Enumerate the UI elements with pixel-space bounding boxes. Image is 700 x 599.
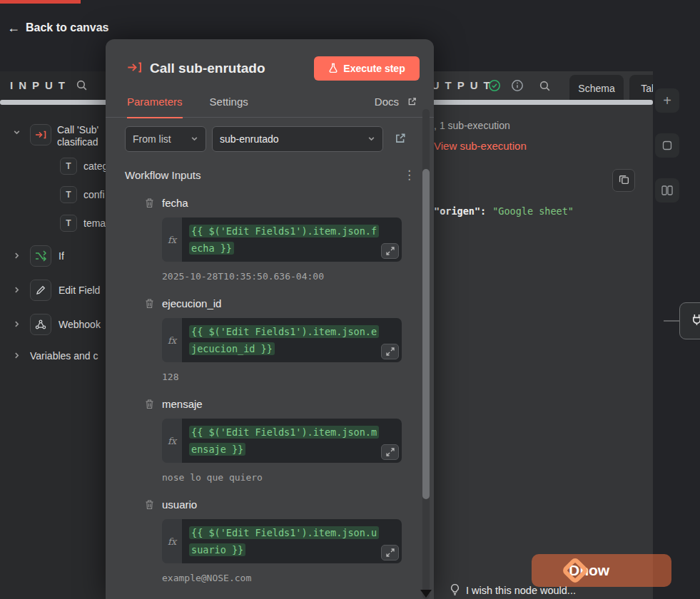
workflow-select[interactable]: sub-enrutado: [212, 126, 383, 152]
chevron-right-icon[interactable]: [13, 250, 21, 262]
chevron-right-icon[interactable]: [13, 285, 21, 296]
trash-icon[interactable]: [145, 298, 154, 311]
tree-item-label: tema: [83, 215, 106, 232]
source-mode-select[interactable]: From list: [125, 126, 206, 152]
back-arrow-icon: ←: [7, 21, 20, 34]
square-icon: [662, 138, 672, 154]
pencil-icon: [30, 280, 51, 301]
tree-item-subworkflow-node[interactable]: Call 'Sub' clasificad: [13, 124, 104, 150]
param-ejecucion-id: ejecucion_id fx {{ $('Edit Fields1').ite…: [106, 297, 434, 382]
tree-item-field-categ[interactable]: T categ: [60, 158, 108, 175]
param-name: fecha: [162, 197, 434, 209]
modal-tabs: Parameters Settings Docs: [106, 86, 434, 118]
scroll-down-arrow-icon[interactable]: [420, 590, 432, 598]
text-field-icon: T: [60, 158, 77, 175]
fx-icon: fx: [162, 519, 182, 563]
expand-expression-button[interactable]: [381, 344, 399, 359]
expand-expression-button[interactable]: [381, 243, 399, 259]
tab-settings[interactable]: Settings: [210, 86, 248, 118]
back-to-canvas-button[interactable]: ← Back to canvas: [7, 21, 109, 34]
expression-input[interactable]: fx {{ $('Edit Fields1').item.json.u suar…: [162, 519, 402, 563]
text-field-icon: T: [60, 215, 77, 232]
expression-text: ensaje }}: [189, 443, 245, 456]
external-link-icon: [395, 133, 406, 146]
execute-step-button[interactable]: Execute step: [314, 56, 420, 81]
fx-icon: fx: [162, 217, 182, 262]
expression-text: echa }}: [189, 242, 234, 255]
tree-item-label: confi: [83, 186, 105, 203]
expression-result: 128: [162, 372, 434, 382]
trash-icon[interactable]: [145, 499, 154, 512]
columns-icon: [661, 183, 673, 199]
flask-icon: [328, 63, 338, 75]
external-link-icon: [407, 97, 417, 106]
expression-result: 2025-10-28T10:35:50.636-04:00: [162, 271, 434, 282]
section-title: Workflow Inputs: [125, 169, 403, 181]
expression-code[interactable]: {{ $('Edit Fields1').item.json.u suario …: [182, 519, 402, 563]
source-mode-value: From list: [133, 133, 191, 145]
search-icon[interactable]: [76, 79, 88, 94]
expression-result: nose lo que quiero: [162, 472, 434, 483]
chevron-right-icon[interactable]: [13, 350, 21, 362]
tree-item-field-confi[interactable]: T confi: [60, 186, 105, 203]
watermark: Dhow: [532, 554, 671, 587]
execute-step-label: Execute step: [343, 63, 405, 74]
chevron-down-icon: [367, 133, 375, 145]
trash-icon[interactable]: [145, 399, 154, 411]
node-detail-modal: Call sub-enrutado Execute step Parameter…: [106, 39, 434, 599]
view-sub-execution-link[interactable]: View sub-execution: [434, 140, 527, 152]
param-name: usuario: [162, 498, 434, 511]
modal-scrollbar-thumb[interactable]: [422, 169, 430, 499]
tree-item-label: Webhook: [59, 314, 106, 335]
expression-input[interactable]: fx {{ $('Edit Fields1').item.json.m ensa…: [162, 419, 402, 463]
expand-expression-button[interactable]: [381, 545, 399, 560]
trash-icon[interactable]: [145, 198, 154, 210]
tree-item-label: Call 'Sub' clasificad: [57, 124, 104, 150]
expression-text: jecucion_id }}: [189, 342, 275, 355]
param-name: ejecucion_id: [162, 297, 434, 309]
tree-item-label: Edit Field: [59, 280, 106, 301]
tree-item-webhook-node[interactable]: Webhook: [13, 314, 106, 335]
tree-item-field-tema[interactable]: T tema: [60, 215, 106, 232]
expression-text: {{ $('Edit Fields1').item.json.f: [189, 225, 379, 237]
zoom-add-button[interactable]: +: [655, 88, 679, 113]
workflow-inputs-section: Workflow Inputs ⋮: [125, 169, 415, 181]
expression-code[interactable]: {{ $('Edit Fields1').item.json.m ensaje …: [182, 419, 402, 463]
tab-schema[interactable]: Schema: [569, 75, 624, 102]
info-icon[interactable]: [511, 79, 524, 95]
expression-input[interactable]: fx {{ $('Edit Fields1').item.json.f echa…: [162, 217, 402, 262]
search-icon[interactable]: [539, 80, 551, 95]
input-panel-title: INPUT: [10, 79, 71, 91]
if-icon: [30, 245, 51, 267]
modal-header: Call sub-enrutado Execute step: [106, 39, 434, 81]
tree-item-if-node[interactable]: If: [13, 245, 64, 267]
chevron-down-icon[interactable]: [13, 127, 21, 138]
fx-icon: fx: [162, 318, 182, 362]
lightbulb-icon: [450, 583, 460, 598]
tab-parameters[interactable]: Parameters: [127, 86, 183, 118]
fx-icon: fx: [162, 419, 182, 463]
tab-table[interactable]: Table: [629, 75, 653, 102]
expand-expression-button[interactable]: [381, 444, 399, 460]
layout-columns-button[interactable]: [655, 178, 679, 203]
tab-docs[interactable]: Docs: [375, 86, 417, 118]
json-key: "origen":: [434, 205, 486, 217]
modal-scrollbar-track[interactable]: [422, 109, 430, 599]
webhook-icon: [30, 314, 51, 335]
chevron-right-icon[interactable]: [13, 319, 21, 330]
open-workflow-button[interactable]: [395, 133, 406, 146]
canvas-node-partial[interactable]: [679, 302, 700, 339]
app-root: ← Back to canvas INPUT Call 'Sub' clasif…: [0, 0, 700, 599]
expression-code[interactable]: {{ $('Edit Fields1').item.json.f echa }}: [182, 217, 402, 262]
tree-item-variables[interactable]: Variables and c: [13, 349, 108, 362]
tree-item-edit-fields-node[interactable]: Edit Field: [13, 280, 106, 301]
output-json-line: "origen":"Google sheet": [434, 205, 574, 217]
plug-icon: [690, 313, 700, 329]
expression-input[interactable]: fx {{ $('Edit Fields1').item.json.e jecu…: [162, 318, 402, 362]
tree-item-label: categ: [83, 158, 108, 175]
copy-output-button[interactable]: [612, 169, 635, 192]
node-title: Call sub-enrutado: [150, 61, 306, 76]
fit-view-button[interactable]: [655, 133, 679, 158]
kebab-menu-icon[interactable]: ⋮: [403, 169, 415, 181]
expression-code[interactable]: {{ $('Edit Fields1').item.json.e jecucio…: [182, 318, 402, 362]
